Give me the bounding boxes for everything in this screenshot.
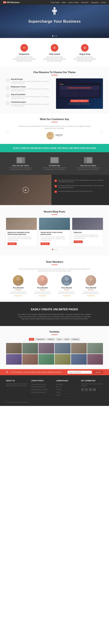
footer-post-2[interactable]: Nunc ullamcorper lorem adipis. <box>31 388 53 391</box>
portfolio-item-2[interactable] <box>38 343 54 354</box>
portfolio-item-3[interactable] <box>55 343 70 354</box>
portfolio-item-9[interactable] <box>55 354 70 364</box>
social-icons: f t in rss <box>81 388 103 391</box>
responsive-icon: ✏ <box>20 44 28 52</box>
nav-pages[interactable]: Types of Pages <box>68 2 79 3</box>
reasons-divider <box>52 75 58 75</box>
blog-pagination <box>6 249 103 250</box>
svg-point-0 <box>54 7 56 9</box>
layout-left-main-area <box>86 158 92 163</box>
filter-desktop[interactable]: Desktop <box>46 338 55 341</box>
filter-all[interactable]: All <box>29 338 34 341</box>
video-point-0: ✓ Consectetuer adipiscing lorem sit amet… <box>54 179 106 183</box>
blog-read-more-2[interactable]: Read More <box>74 240 83 243</box>
layout-full-title: Full Width Page <box>40 165 69 166</box>
layout-full-area <box>50 158 58 163</box>
nav-home[interactable]: Home Pages <box>51 2 60 3</box>
layout-full-icon <box>50 157 59 164</box>
hero-dot-1[interactable] <box>52 36 53 36</box>
blog-post-title-2: Image post <box>74 232 102 234</box>
team-desc-2: Lorem ipsum dolor sit amet, consectetur … <box>56 291 77 294</box>
play-button[interactable]: ▶ <box>23 187 29 193</box>
portfolio-item-5[interactable] <box>87 343 103 354</box>
linkedin-icon[interactable]: in <box>89 388 92 391</box>
portfolio-item-4[interactable] <box>71 343 87 354</box>
team-grid: Perry Marshall Developer Lorem ipsum dol… <box>6 275 103 297</box>
layout-main-area <box>17 158 22 163</box>
portfolio-item-10[interactable] <box>71 354 87 364</box>
filter-logo[interactable]: Logo <box>56 338 62 341</box>
portfolio-item-1[interactable] <box>22 343 38 354</box>
rss-icon[interactable]: rss <box>93 388 96 391</box>
portfolio-grid <box>6 343 103 364</box>
reasons-section: Five Reasons To Choose Our Theme 1 Beaut… <box>0 66 109 114</box>
team-name-3: Perry Marshall <box>80 287 102 289</box>
control-icon: ⚙ <box>51 44 58 52</box>
svg-point-6 <box>49 133 52 136</box>
reason-title-2: Drag & Drop Builder <box>11 94 53 95</box>
team-role-1: Designer <box>32 289 53 290</box>
customer-next[interactable]: › <box>100 131 103 134</box>
hero-dot-2[interactable] <box>54 36 55 36</box>
blog-post-title-1: Aenean iaculis, lorem sit amet pharetra … <box>40 232 68 235</box>
layout-full-width: Full Width Page Ut erat ac metus element… <box>40 157 69 170</box>
hero-title: Supercharge Your Business <box>28 19 81 24</box>
check-icon-0: ✓ <box>54 180 57 182</box>
footer-link-0[interactable]: Home Page <box>56 383 78 386</box>
hero-dot-3[interactable] <box>56 36 57 36</box>
filter-applications[interactable]: Applications <box>35 338 46 341</box>
blog-title: Recent Blog Posts <box>6 210 103 213</box>
portfolio-item-7[interactable] <box>22 354 38 364</box>
cta-text: EASILY CREATE UNLIMITED PAGES USING THE … <box>6 147 103 149</box>
filter-websites[interactable]: Websites <box>71 338 80 341</box>
footer-link-3[interactable]: Services <box>56 391 78 394</box>
portfolio-item-8[interactable] <box>38 354 54 364</box>
nav-contact[interactable]: Contact <box>101 2 106 3</box>
blog-read-more-0[interactable]: Read More <box>8 242 17 245</box>
nav-sliders[interactable]: Sliders <box>62 2 66 3</box>
facebook-icon[interactable]: f <box>81 388 84 391</box>
email-submit-btn[interactable]: Subscribe <box>93 371 103 374</box>
navbar: WP WP-Business Home Pages Sliders Types … <box>0 0 109 5</box>
video-point-2: ✓ Consectetuer adipiscing lorem sit amet… <box>54 190 106 193</box>
customer-info: Lawrence Uptown <box>56 134 62 137</box>
portfolio-item-6[interactable] <box>6 354 22 364</box>
layout-right-title: Page with right sidebar <box>6 165 35 166</box>
twitter-icon[interactable]: t <box>85 388 88 391</box>
footer-link-2[interactable]: Contact Us <box>56 388 78 391</box>
theme-badge: OUR BEST THEME YET! <box>70 100 89 102</box>
reasons-image-inner: OUR BEST THEME YET! Beautiful, Responsiv… <box>56 78 103 109</box>
blog-read-more-1[interactable]: Read More <box>40 242 50 245</box>
customer-avatar <box>46 132 54 140</box>
footer-about: About Us Lorem ipsum dolor sit amet, con… <box>6 380 28 396</box>
footer-about-text: Lorem ipsum dolor sit amet, consectetur … <box>6 383 28 387</box>
blog-dot-active[interactable] <box>52 249 53 250</box>
blog-dot-1[interactable] <box>54 249 55 250</box>
layout-left-sidebar: Page with Left sidebar Ut erat ac metus … <box>74 157 103 170</box>
filter-shop[interactable]: Shop <box>63 338 70 341</box>
blog-grid: Neque porro quisquam est qui dolorem ips… <box>6 218 103 246</box>
portfolio-title: Portfolio <box>6 330 103 333</box>
team-member-1: Perry Marshall Designer Lorem ipsum dolo… <box>32 275 53 297</box>
footer-link-1[interactable]: About Us <box>56 386 78 388</box>
svg-point-10 <box>89 277 93 281</box>
layout-left-sidebar-area <box>84 158 86 163</box>
team-stars-0: ★ ★ ★ ★ ★ <box>8 295 29 296</box>
customer-quote: Ullamcorper sapien in diam fringilla lor… <box>17 125 92 130</box>
footer-post-3[interactable]: Sed scelerisque augue non. <box>31 391 53 394</box>
wp-icon: WP <box>3 1 6 3</box>
nav-shortcodes[interactable]: Shortcodes <box>81 2 89 3</box>
blog-dot-2[interactable] <box>56 249 57 250</box>
portfolio-item-0[interactable] <box>6 343 22 354</box>
team-avatar-2 <box>61 275 72 286</box>
portfolio-filters: All Applications Desktop Logo Shop Websi… <box>6 338 103 341</box>
nav-typography[interactable]: Typography <box>91 2 98 3</box>
footer-link-4[interactable]: Portfolio <box>56 394 78 396</box>
footer-post-1[interactable]: Consectetur adipiscing elit. <box>31 386 53 388</box>
check-icon-2: ✓ <box>54 190 57 193</box>
customer-prev[interactable]: ‹ <box>6 131 9 134</box>
footer-post-0[interactable]: Lorem ipsum dolor sit amet. <box>31 383 53 386</box>
email-input[interactable] <box>68 371 92 374</box>
portfolio-item-11[interactable] <box>87 354 103 364</box>
portfolio-section: Portfolio All Applications Desktop Logo … <box>0 326 109 369</box>
